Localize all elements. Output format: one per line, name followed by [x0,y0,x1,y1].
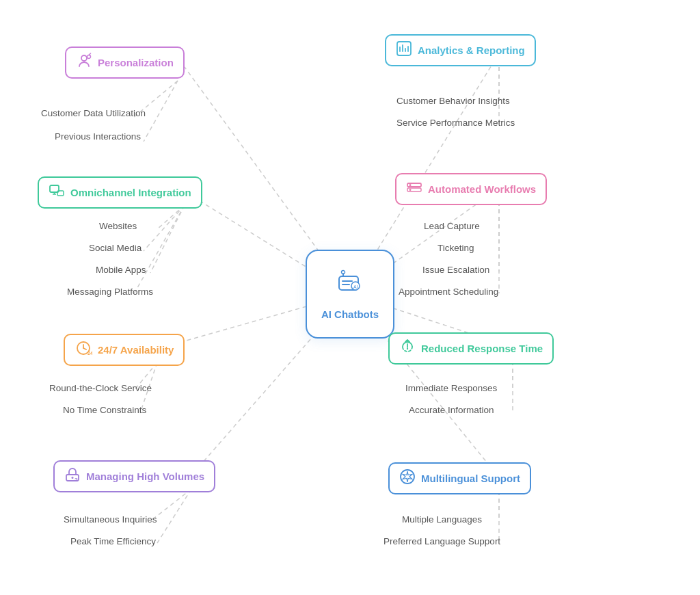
personalization-icon [76,53,92,72]
svg-line-24 [157,489,191,543]
sub-ticketing: Ticketing [438,243,474,253]
svg-line-7 [157,205,185,229]
omnichannel-label: Omnichannel Integration [70,187,191,198]
mindmap-container: AI AI Chatbots Personalization Customer … [0,0,700,595]
node-availability: 24 24/7 Availability [64,334,185,366]
svg-line-9 [150,205,185,273]
node-response: Reduced Response Time [388,332,554,365]
sub-websites: Websites [99,221,137,231]
svg-point-58 [72,477,74,479]
node-workflows: Automated Workflows [395,173,547,205]
svg-rect-38 [397,42,411,55]
availability-label: 24/7 Availability [98,344,174,356]
svg-point-36 [88,55,91,59]
volumes-icon: ? [64,466,81,486]
response-icon [399,339,416,358]
sub-accurate-information: Accurate Information [409,405,494,415]
analytics-label: Analytics & Reporting [418,44,525,56]
sub-multiple-languages: Multiple Languages [402,514,482,525]
omnichannel-icon [49,183,65,202]
personalization-label: Personalization [98,57,174,68]
svg-line-2 [144,81,178,142]
node-analytics: Analytics & Reporting [385,34,536,66]
sub-peak-time: Peak Time Efficiency [70,536,156,546]
workflows-label: Automated Workflows [428,183,536,195]
sub-messaging-platforms: Messaging Platforms [67,287,153,297]
availability-icon: 24 [75,340,92,360]
node-omnichannel: Omnichannel Integration [38,176,202,209]
svg-text:24: 24 [88,351,92,356]
response-label: Reduced Response Time [421,343,543,354]
sub-round-clock: Round-the-Clock Service [49,383,152,393]
sub-no-time-constraints: No Time Constraints [63,405,146,415]
sub-appointment-scheduling: Appointment Scheduling [399,287,498,297]
multilingual-icon [399,468,416,488]
sub-lead-capture: Lead Capture [424,221,480,231]
svg-point-34 [342,271,345,274]
svg-line-8 [144,205,185,251]
workflows-icon [406,179,422,199]
sub-mobile-apps: Mobile Apps [96,265,146,275]
analytics-icon [396,40,412,60]
volumes-label: Managing High Volumes [86,471,204,482]
sub-customer-behavior: Customer Behavior Insights [396,96,510,106]
svg-point-49 [409,184,412,186]
sub-previous-interactions: Previous Interactions [55,131,141,142]
node-personalization: Personalization [65,47,185,79]
svg-text:?: ? [75,477,78,483]
node-volumes: ? Managing High Volumes [53,460,215,492]
svg-text:AI: AI [353,285,358,289]
sub-simultaneous-inquiries: Simultaneous Inquiries [64,514,157,525]
svg-point-56 [407,348,408,349]
sub-service-performance: Service Performance Metrics [396,118,515,128]
sub-preferred-language: Preferred Language Support [383,536,500,546]
sub-immediate-responses: Immediate Responses [405,383,497,393]
svg-line-53 [83,348,86,349]
svg-line-37 [89,53,91,55]
center-label: AI Chatbots [321,308,379,320]
multilingual-label: Multilingual Support [421,473,520,484]
svg-point-35 [81,55,87,61]
chatbot-icon: AI [335,268,365,304]
center-node: AI AI Chatbots [306,250,394,339]
sub-issue-escalation: Issue Escalation [422,265,489,275]
node-multilingual: Multilingual Support [388,462,531,494]
sub-social-media: Social Media [89,243,142,253]
sub-customer-data: Customer Data Utilization [41,108,146,118]
svg-point-50 [409,189,412,191]
